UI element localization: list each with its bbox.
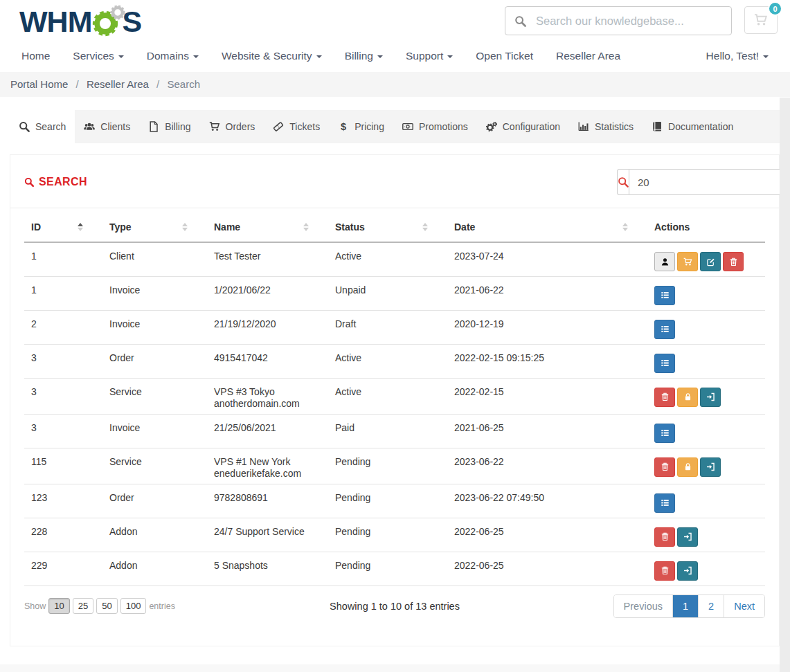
signin-action-button[interactable]: [700, 457, 721, 477]
cell-type: Service: [102, 448, 207, 484]
nav-item-website-security[interactable]: Website & Security: [222, 50, 322, 62]
tab-pricing[interactable]: $Pricing: [329, 110, 393, 143]
knowledgebase-search-input[interactable]: [535, 14, 722, 28]
trash-action-button[interactable]: [654, 457, 675, 477]
cell-name: 1/2021/06/22: [207, 276, 328, 310]
table-row: 2Invoice21/19/12/2020Draft2020-12-19: [24, 310, 765, 344]
cell-date: 2022-02-15: [447, 378, 647, 414]
entries-label: entries: [149, 601, 175, 611]
tab-label: Search: [35, 121, 66, 132]
search-icon: [19, 121, 30, 132]
list-action-button[interactable]: [654, 493, 675, 513]
scrollbar[interactable]: [780, 98, 790, 672]
trash-action-button[interactable]: [654, 388, 675, 407]
trash-action-button[interactable]: [654, 561, 675, 581]
signin-action-button[interactable]: [677, 527, 698, 547]
signin-action-button[interactable]: [677, 561, 698, 581]
main-content: SearchClientsBillingOrdersTickets$Pricin…: [10, 110, 780, 646]
tab-search[interactable]: Search: [10, 110, 75, 143]
cell-date: 2020-12-19: [447, 310, 647, 344]
cell-date: 2023-07-24: [447, 242, 647, 276]
tabstrip: SearchClientsBillingOrdersTickets$Pricin…: [10, 110, 780, 143]
page-size-10-button[interactable]: 10: [48, 598, 69, 614]
table-search-input[interactable]: [629, 169, 784, 195]
name-line: 21/19/12/2020: [214, 318, 321, 329]
table-row: 115ServiceVPS #1 New Yorkeneduerikefake.…: [24, 448, 765, 484]
chevron-down-icon: [447, 55, 453, 58]
cell-name: VPS #1 New Yorkeneduerikefake.com: [207, 448, 328, 484]
chevron-down-icon: [316, 55, 322, 58]
cart-action-button[interactable]: [677, 252, 698, 271]
name-line: eneduerikefake.com: [214, 468, 321, 479]
nav-item-label: Services: [73, 50, 114, 62]
page-size-50-button[interactable]: 50: [96, 598, 117, 614]
pagination-2[interactable]: 2: [698, 595, 724, 617]
cell-status: Pending: [328, 552, 447, 585]
cell-type: Order: [102, 484, 207, 518]
cell-status: Active: [328, 344, 447, 378]
nav-item-billing[interactable]: Billing: [345, 50, 383, 62]
column-header-id[interactable]: ID: [24, 208, 102, 242]
nav-item-reseller-area[interactable]: Reseller Area: [556, 50, 620, 62]
page-size-zone: Show 102550100 entries: [24, 598, 271, 614]
tab-promotions[interactable]: Promotions: [393, 110, 477, 143]
column-header-name[interactable]: Name: [207, 208, 328, 242]
breadcrumb-reseller-area[interactable]: Reseller Area: [87, 78, 149, 90]
cell-status: Unpaid: [328, 276, 447, 310]
tab-orders[interactable]: Orders: [200, 110, 264, 143]
cart-button[interactable]: 0: [744, 6, 778, 34]
nav-item-services[interactable]: Services: [73, 50, 123, 62]
tab-tickets[interactable]: Tickets: [264, 110, 329, 143]
pagination-previous[interactable]: Previous: [614, 595, 672, 617]
tab-configuration[interactable]: Configuration: [477, 110, 569, 143]
cell-status: Active: [328, 378, 447, 414]
cell-type: Client: [102, 242, 207, 276]
list-action-button[interactable]: [654, 286, 675, 305]
tab-clients[interactable]: Clients: [75, 110, 139, 143]
trash-action-button[interactable]: [654, 527, 675, 547]
cell-status: Draft: [328, 310, 447, 344]
cell-date: 2023-06-22 07:49:50: [447, 484, 647, 518]
whmcs-logo[interactable]: WHM S: [19, 6, 141, 37]
cell-date: 2021-06-25: [447, 414, 647, 448]
tab-statistics[interactable]: Statistics: [569, 110, 643, 143]
pagination-1[interactable]: 1: [672, 595, 698, 617]
breadcrumb: Portal Home / Reseller Area / Search: [0, 72, 790, 97]
list-action-button[interactable]: [654, 424, 675, 443]
column-label: Actions: [654, 221, 690, 233]
cell-actions: [647, 552, 765, 585]
file-icon: [148, 121, 159, 132]
cell-name: 24/7 Support Service: [207, 518, 328, 552]
list-action-button[interactable]: [654, 320, 675, 339]
breadcrumb-portal-home[interactable]: Portal Home: [10, 78, 68, 90]
lock-action-button[interactable]: [677, 457, 698, 477]
nav-item-home[interactable]: Home: [21, 50, 50, 62]
table-search-button[interactable]: [617, 169, 629, 195]
logo-text-whm: WHM: [19, 7, 91, 37]
nav-item-support[interactable]: Support: [406, 50, 453, 62]
user-action-button[interactable]: [654, 252, 675, 271]
pagination-next[interactable]: Next: [724, 595, 764, 617]
page-size-100-button[interactable]: 100: [120, 598, 147, 614]
column-label: Name: [214, 221, 240, 233]
nav-item-label: Domains: [147, 50, 189, 62]
nav-item-domains[interactable]: Domains: [147, 50, 199, 62]
tab-label: Statistics: [595, 121, 634, 132]
column-header-status[interactable]: Status: [328, 208, 447, 242]
tab-billing[interactable]: Billing: [139, 110, 199, 143]
name-line: 24/7 Support Service: [214, 526, 321, 537]
edit-action-button[interactable]: [700, 252, 721, 271]
trash-action-button[interactable]: [723, 252, 744, 271]
signin-action-button[interactable]: [700, 388, 721, 407]
name-line: 5 Snapshots: [214, 560, 321, 571]
list-action-button[interactable]: [654, 354, 675, 373]
tab-documentation[interactable]: Documentation: [643, 110, 742, 143]
page-size-25-button[interactable]: 25: [73, 598, 93, 614]
chart-icon: [578, 121, 589, 132]
lock-action-button[interactable]: [677, 388, 698, 407]
column-header-date[interactable]: Date: [447, 208, 647, 242]
nav-account-menu[interactable]: Hello, Test!: [706, 50, 769, 62]
column-header-type[interactable]: Type: [102, 208, 207, 242]
nav-item-open-ticket[interactable]: Open Ticket: [476, 50, 533, 62]
cell-date: 2022-06-25: [447, 552, 647, 585]
